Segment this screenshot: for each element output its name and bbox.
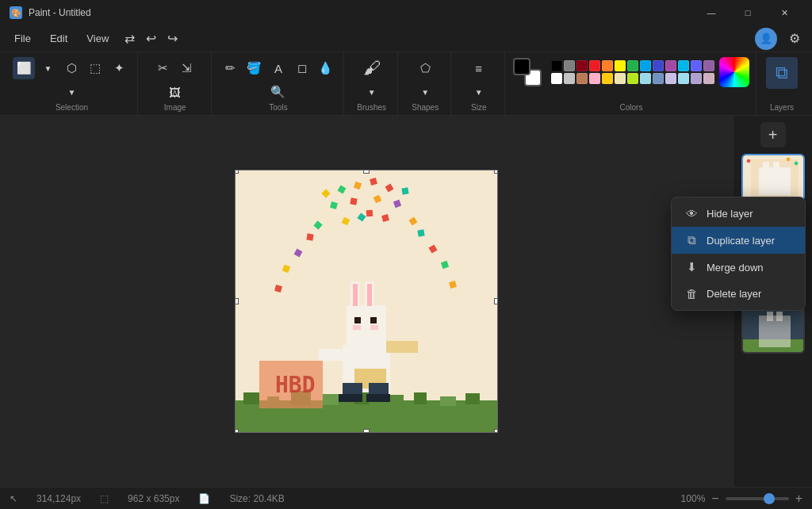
swatch-red[interactable] [589,60,600,71]
selection-label: Selection [56,103,88,115]
eraser-button[interactable]: ◻ [291,57,313,79]
swatch-blue[interactable] [653,60,664,71]
ribbon-group-colors: Colors [507,52,756,115]
undo-button[interactable]: ↩ [141,29,161,48]
swatch-ltpurple[interactable] [691,73,702,84]
selection-handle-ml[interactable] [236,298,239,304]
swatch-black[interactable] [551,60,562,71]
eyedropper-button[interactable]: 💧 [315,57,337,79]
close-button[interactable]: ✕ [766,0,802,25]
size-main-button[interactable]: ≡ [468,57,490,79]
text-button[interactable]: A [267,57,289,79]
swatch-gold[interactable] [602,73,613,84]
shape-dropdown-button[interactable]: ▼ [414,81,436,103]
crop-button[interactable]: ✂ [152,57,174,79]
minimize-button[interactable]: — [693,0,730,25]
layer-item-1[interactable] [741,154,805,201]
undo-redo-group: ⇄ ↩ ↪ [120,29,182,48]
pencil-button[interactable]: ✏ [220,57,242,79]
layer-item-4[interactable] [741,306,805,354]
add-layer-button[interactable]: + [760,122,786,147]
menu-item-view[interactable]: View [79,29,117,48]
swatch-white[interactable] [551,73,562,84]
swatch-orange[interactable] [602,60,613,71]
selection-handle-bl[interactable] [236,429,239,432]
menu-item-file[interactable]: File [6,29,39,48]
tools: ✏ 🪣 A ◻ 💧 🔍 [220,57,338,103]
canvas-wrapper: HBD [236,170,497,432]
fill-button[interactable]: 🪣 [243,57,266,79]
context-menu-delete-layer[interactable]: 🗑 Delete layer [672,281,805,307]
brush-dropdown-button[interactable]: ▼ [361,81,383,103]
selection-handle-bc[interactable] [363,429,370,432]
shape-main-button[interactable]: ⬠ [414,57,436,79]
svg-rect-38 [347,305,386,345]
menu-item-edit[interactable]: Edit [42,29,75,48]
selection-dropdown-button[interactable]: ▼ [36,57,59,79]
brush-main-button[interactable]: 🖌 [361,57,383,79]
merge-down-label: Merge down [707,262,764,274]
selection-arrow-button[interactable]: ✦ [108,57,130,79]
swatch-teal[interactable] [640,60,651,71]
selection-handle-tl[interactable] [236,170,239,174]
color-palette-button[interactable] [719,57,749,87]
swatch-ltcyan[interactable] [678,73,689,84]
swatch-indigo[interactable] [691,60,702,71]
svg-rect-56 [759,167,791,195]
swatch-gray[interactable] [564,60,575,71]
duplicate-layer-label: Duplicate layer [707,235,775,247]
canvas-area[interactable]: HBD [0,116,733,487]
selection-tools: ⬜ ▼ ⬡ ⬚ ✦ ▼ [13,57,131,103]
layers-label: Layers [770,103,794,115]
selection-extra-button[interactable]: ⬚ [84,57,106,79]
settings-icon[interactable]: ⚙ [783,28,806,50]
zoom-slider[interactable] [726,497,789,500]
swatch-purple[interactable] [665,60,676,71]
magnify-button[interactable]: 🔍 [267,81,289,103]
selection-freehand-button[interactable]: ⬡ [60,57,82,79]
selection-handle-br[interactable] [494,429,497,432]
canvas[interactable]: HBD [236,170,497,432]
context-menu-duplicate-layer[interactable]: ⧉ Duplicate layer [672,227,805,254]
swatch-green[interactable] [627,60,638,71]
swatch-violet[interactable] [703,60,714,71]
context-menu-hide-layer[interactable]: 👁 Hide layer [672,201,805,227]
swatch-pink[interactable] [589,73,600,84]
swatch-brown[interactable] [576,73,588,84]
swatch-cornflower[interactable] [653,73,664,84]
swatch-yellow[interactable] [615,60,626,71]
swatch-cream[interactable] [615,73,626,84]
size-dropdown-button[interactable]: ▼ [468,81,490,103]
swatch-darkred[interactable] [576,60,588,71]
zoom-out-button[interactable]: − [711,492,718,506]
layers-panel-button[interactable]: ⧉ [766,57,798,89]
maximize-button[interactable]: □ [730,0,766,25]
selection-handle-tc[interactable] [363,170,370,174]
zoom-in-button[interactable]: + [795,492,802,506]
svg-rect-6 [401,187,408,194]
swatch-mauve[interactable] [703,73,714,84]
svg-rect-46 [370,325,378,330]
selection-handle-tr[interactable] [494,170,497,174]
swatch-lightgray[interactable] [564,73,575,84]
svg-rect-47 [319,349,347,361]
selection-rect-button[interactable]: ⬜ [13,57,35,79]
flip-button[interactable]: ⇄ [120,29,140,48]
window-title: Paint - Untitled [29,7,693,18]
account-avatar[interactable]: 👤 [755,28,777,50]
color-row-1 [551,60,714,71]
redo-button[interactable]: ↪ [163,29,182,48]
image-extra-button[interactable]: 🖼 [164,81,186,103]
swatch-lime[interactable] [627,73,638,84]
context-menu-merge-down[interactable]: ⬇ Merge down [672,254,805,281]
zoom-thumb[interactable] [764,493,775,504]
selection-dropdown2-button[interactable]: ▼ [60,81,82,103]
selection-handle-mr[interactable] [494,298,497,304]
swatch-skyblue[interactable] [640,73,651,84]
primary-color-box[interactable] [513,58,530,75]
swatch-cyan[interactable] [678,60,689,71]
swatch-lavender[interactable] [665,73,676,84]
svg-rect-42 [367,284,372,306]
resize-button[interactable]: ⇲ [176,57,198,79]
titlebar: 🎨 Paint - Untitled — □ ✕ [0,0,812,25]
